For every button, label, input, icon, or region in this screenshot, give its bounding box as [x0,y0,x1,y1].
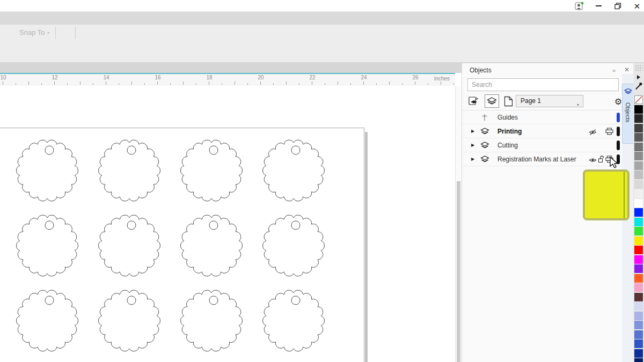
master-page-icon[interactable] [469,96,479,108]
ruler-tick-label: 10 [0,75,6,80]
color-swatch-none[interactable] [634,95,643,104]
color-swatch[interactable] [634,293,643,301]
ruler-tick-minor [93,83,93,85]
restore-button[interactable] [613,1,623,11]
ruler-tick-minor [402,83,402,85]
color-swatch[interactable] [634,180,643,189]
layer-name[interactable]: Printing [497,128,522,135]
color-swatch[interactable] [634,312,643,320]
snap-to-button[interactable]: Snap To [19,28,45,36]
tag-hole-circle[interactable] [209,296,218,305]
toolbar-separator [75,26,76,39]
ruler-tick [286,82,287,85]
page-selector-dropdown[interactable]: Page 1 ▾ [516,95,583,107]
panel-close-button[interactable]: ✕ [624,66,630,73]
color-swatch[interactable] [634,264,643,273]
drawing-canvas[interactable] [0,86,455,362]
expand-arrow-icon[interactable]: ▶ [471,157,474,161]
color-swatch[interactable] [634,302,643,311]
ruler-tick-minor [41,83,42,85]
tag-hole-circle[interactable] [291,146,300,154]
tag-hole-circle[interactable] [127,221,136,230]
color-swatch[interactable] [634,274,643,283]
color-swatch[interactable] [634,255,643,264]
color-swatch[interactable] [634,246,643,254]
account-icon[interactable] [574,1,584,11]
toolbar-separator [55,26,56,39]
guides-icon [481,114,488,123]
canvas-objects[interactable] [0,86,455,362]
color-swatch[interactable] [634,321,643,329]
layer-row-guides[interactable]: Guides [462,110,622,124]
pages-view-icon[interactable] [504,96,513,109]
color-swatch[interactable] [634,237,643,245]
mouse-cursor [610,157,620,169]
color-swatch[interactable] [634,339,643,348]
layer-name[interactable]: Guides [497,114,518,121]
tag-hole-circle[interactable] [209,146,218,154]
tag-hole-circle[interactable] [45,221,54,230]
menu-strip [0,12,644,25]
tag-hole-circle[interactable] [127,146,136,154]
snap-to-dropdown-arrow[interactable]: ▾ [47,31,49,35]
palette-grip-handle[interactable] [635,65,642,71]
layer-row-registration-marks[interactable]: ▶ Registration Marks at Laser [462,152,622,166]
expand-arrow-icon[interactable]: ▶ [471,129,474,134]
color-swatch[interactable] [634,199,643,208]
tag-hole-circle[interactable] [45,296,54,305]
layer-color-bar[interactable] [617,141,620,150]
color-swatch[interactable] [634,152,643,160]
color-swatch[interactable] [634,227,643,235]
layers-icon [487,97,497,106]
color-swatch[interactable] [634,171,643,179]
ruler-tick-label: 12 [52,75,57,80]
color-swatch[interactable] [634,161,643,170]
ruler-tick [389,82,390,85]
layers-view-button[interactable] [485,94,499,108]
eyedropper-icon[interactable] [635,82,642,92]
tag-hole-circle[interactable] [45,146,54,154]
layer-color-bar[interactable] [617,113,620,122]
printable-icon[interactable] [605,128,613,137]
ruler-tick-label: 14 [103,75,109,80]
color-swatch[interactable] [634,330,643,339]
ruler-tick [415,82,415,85]
color-swatch[interactable] [634,143,643,151]
expand-arrow-icon[interactable]: ▶ [471,143,474,147]
tag-hole-circle[interactable] [209,221,218,230]
vertical-scrollbar-thumb[interactable] [457,181,460,362]
color-swatch[interactable] [634,218,643,226]
visibility-icon[interactable] [589,156,597,166]
layer-color-bar[interactable] [617,127,620,136]
layer-row-printing[interactable]: ▶ Printing [462,124,622,138]
color-swatch[interactable] [634,349,643,358]
close-button[interactable]: ✕ [632,1,642,11]
tag-hole-circle[interactable] [127,296,136,305]
search-input[interactable] [467,78,619,91]
color-swatch[interactable] [634,283,643,292]
vertical-scrollbar[interactable] [455,86,462,362]
layer-name[interactable]: Cutting [497,142,518,149]
ruler-tick-minor [376,83,377,85]
layer-row-cutting[interactable]: ▶ Cutting [462,138,622,152]
palette-flyout-icon[interactable] [637,75,640,79]
color-swatch[interactable] [634,133,643,142]
objects-docker-tab[interactable]: Objects [622,84,633,144]
tag-hole-circle[interactable] [291,221,300,230]
ruler-tick-minor [196,83,196,85]
color-swatch[interactable] [634,114,643,123]
panel-collapse-button[interactable]: » [612,67,616,73]
visibility-hidden-icon[interactable] [589,128,597,138]
layer-name[interactable]: Registration Marks at Laser [497,156,576,163]
close-icon: ✕ [634,2,641,10]
ruler-tick-minor [325,83,325,85]
minimize-button[interactable] [594,1,603,11]
ruler-tick-label: 24 [361,75,367,80]
lock-open-icon[interactable] [598,156,605,165]
color-swatch[interactable] [634,189,643,198]
color-swatch[interactable] [634,124,643,132]
color-swatch[interactable] [634,105,643,114]
tag-hole-circle[interactable] [291,296,300,305]
color-swatch[interactable] [634,358,643,362]
color-swatch[interactable] [634,208,643,217]
